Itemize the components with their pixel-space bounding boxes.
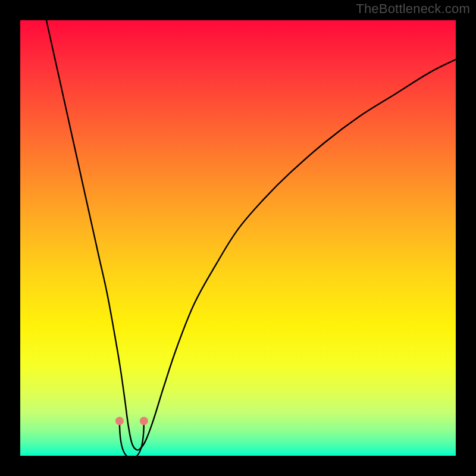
chart-stage: TheBottleneck.com bbox=[0, 0, 476, 476]
plot-area bbox=[20, 20, 456, 456]
marker-dot-right bbox=[140, 416, 148, 425]
watermark-text: TheBottleneck.com bbox=[356, 1, 470, 17]
marker-dot-left bbox=[115, 416, 124, 425]
bottleneck-curve bbox=[46, 20, 456, 450]
marker-arc bbox=[120, 421, 144, 456]
marker-group bbox=[115, 416, 148, 456]
curve-layer bbox=[20, 20, 456, 456]
